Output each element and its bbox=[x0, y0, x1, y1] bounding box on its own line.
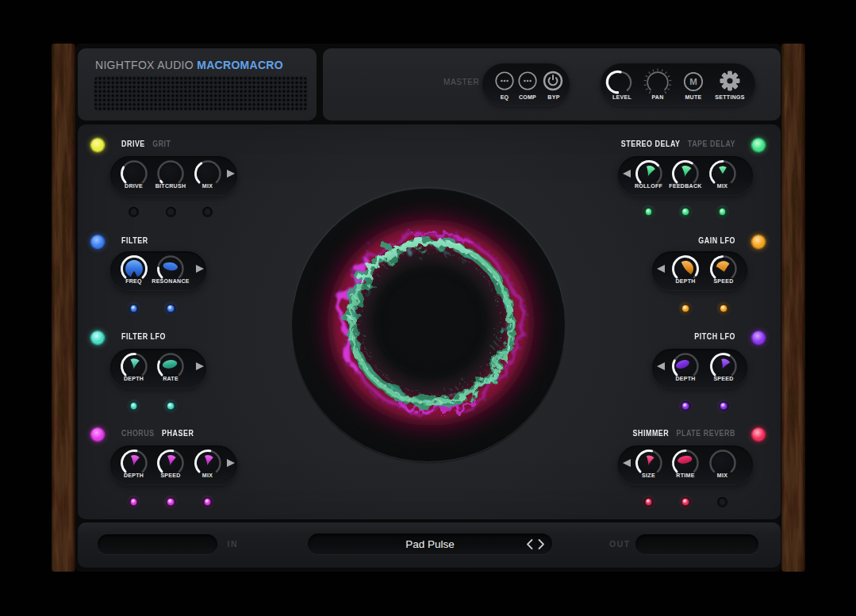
svg-text:M: M bbox=[689, 77, 697, 86]
